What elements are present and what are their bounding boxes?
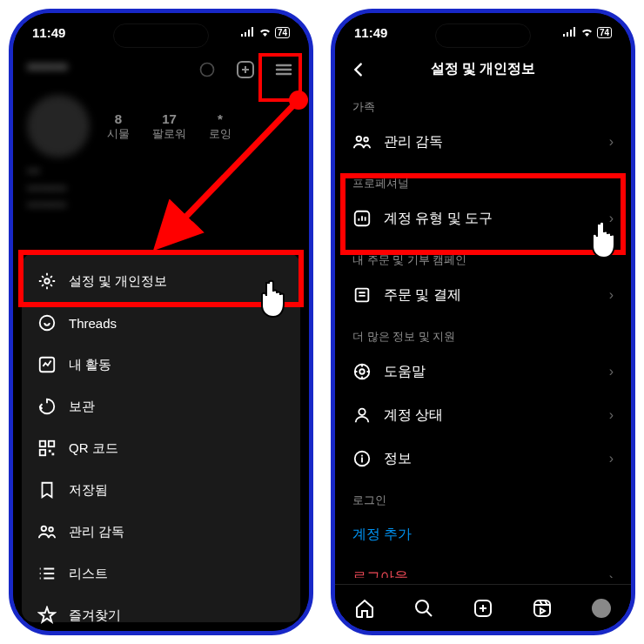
svg-point-26 [592, 599, 611, 618]
archive-icon [37, 397, 57, 416]
sheet-item-label: 내 활동 [69, 357, 111, 373]
wifi-icon [258, 27, 272, 38]
svg-point-23 [416, 600, 428, 613]
stat-followers[interactable]: 17 팔로워 [152, 111, 186, 142]
status-time: 11:49 [32, 25, 65, 40]
supervision-icon [37, 522, 57, 541]
wifi-icon [580, 27, 594, 38]
row-label: 로그아웃 [352, 568, 408, 578]
sheet-item-activity[interactable]: 내 활동 [22, 344, 300, 386]
battery-level: 74 [597, 27, 612, 38]
row-label: 주문 및 결제 [384, 286, 461, 305]
settings-scroll[interactable]: 가족 관리 감독 › 프로페셔널 계정 유형 및 도구 › 내 주문 및 기부 … [335, 87, 631, 578]
signal-icon [241, 27, 255, 38]
svg-rect-25 [534, 600, 550, 616]
chevron-right-icon: › [609, 287, 614, 303]
row-about[interactable]: 정보 › [335, 437, 631, 480]
create-icon[interactable] [234, 58, 257, 81]
battery-level: 74 [275, 27, 290, 38]
sheet-item-label: 보관 [69, 399, 95, 415]
stat-posts[interactable]: 8 시물 [107, 111, 130, 142]
stat-following[interactable]: * 로잉 [209, 111, 231, 142]
section-login: 로그인 [335, 480, 631, 513]
annotation-settings-box [18, 250, 304, 307]
row-account-status[interactable]: 계정 상태 › [335, 393, 631, 437]
activity-icon [37, 355, 57, 374]
row-orders-payments[interactable]: 주문 및 결제 › [335, 273, 631, 317]
status-time: 11:49 [354, 25, 387, 40]
chevron-right-icon: › [609, 134, 614, 150]
page-title: 설정 및 개인정보 [431, 60, 536, 78]
account-status-icon [352, 406, 372, 425]
notch [113, 23, 209, 48]
chevron-right-icon: › [609, 407, 614, 423]
sheet-item-label: 관리 감독 [69, 524, 124, 540]
supervision-icon [352, 132, 372, 151]
svg-rect-10 [49, 450, 51, 453]
svg-point-20 [359, 369, 365, 374]
svg-point-15 [357, 137, 362, 142]
sheet-item-label: QR 코드 [69, 440, 118, 457]
svg-point-16 [364, 138, 368, 142]
sheet-item-archive[interactable]: 보관 [22, 386, 300, 427]
status-right: 74 [241, 27, 290, 38]
row-supervision[interactable]: 관리 감독 › [335, 120, 631, 164]
sheet-item-label: 저장됨 [69, 482, 108, 499]
annotation-hamburger-box [258, 53, 302, 102]
orders-icon [352, 285, 372, 305]
threads-badge-icon[interactable] [196, 58, 218, 81]
sheet-item-qr[interactable]: QR 코드 [22, 427, 300, 469]
qr-icon [37, 439, 57, 458]
sheet-item-favorites[interactable]: 즐겨찾기 [22, 594, 300, 635]
tab-search-icon[interactable] [413, 598, 434, 619]
chevron-right-icon: › [609, 364, 614, 379]
tab-bar [335, 584, 631, 631]
bottom-sheet-menu: 설정 및 개인정보 Threads 내 활동 보관 QR 코드 저장됨 [22, 253, 300, 622]
svg-rect-8 [49, 441, 54, 446]
status-right: 74 [563, 27, 612, 38]
sheet-item-label: Threads [69, 316, 117, 331]
info-icon [352, 449, 372, 468]
star-icon [37, 606, 57, 625]
svg-rect-11 [52, 453, 55, 456]
sheet-item-threads[interactable]: Threads [22, 302, 300, 344]
tab-create-icon[interactable] [473, 598, 493, 619]
sheet-item-list[interactable]: 리스트 [22, 553, 300, 594]
list-icon [37, 564, 57, 583]
row-help[interactable]: 도움말 › [335, 350, 631, 393]
sheet-item-supervision[interactable]: 관리 감독 [22, 511, 300, 553]
username[interactable]: ****** [27, 60, 68, 80]
row-add-account[interactable]: 계정 추가 [335, 513, 631, 556]
back-icon[interactable] [349, 60, 368, 83]
svg-point-13 [49, 527, 53, 532]
sheet-item-label: 리스트 [69, 566, 108, 582]
threads-icon [37, 313, 57, 332]
chevron-right-icon: › [609, 570, 614, 579]
notch [435, 23, 531, 48]
section-family: 가족 [335, 87, 631, 120]
row-label: 계정 추가 [352, 526, 412, 544]
profile-bio: *** ********* ********* [13, 164, 309, 216]
section-support: 더 많은 정보 및 지원 [335, 317, 631, 350]
phone-left: 11:49 74 ****** [9, 9, 313, 635]
svg-point-5 [40, 316, 55, 331]
avatar[interactable] [27, 95, 90, 158]
row-label: 관리 감독 [384, 133, 443, 151]
svg-rect-7 [40, 441, 45, 446]
tab-reels-icon[interactable] [532, 598, 553, 619]
row-logout[interactable]: 로그아웃 › [335, 556, 631, 578]
row-label: 계정 상태 [384, 406, 443, 425]
bookmark-icon [37, 480, 57, 500]
tab-profile-icon[interactable] [591, 598, 612, 619]
row-label: 도움말 [384, 363, 426, 381]
help-icon [352, 362, 372, 381]
svg-point-21 [359, 409, 365, 415]
sheet-item-saved[interactable]: 저장됨 [22, 469, 300, 511]
tab-home-icon[interactable] [354, 598, 375, 619]
svg-point-12 [42, 527, 47, 532]
row-label: 정보 [384, 450, 412, 468]
chevron-right-icon: › [609, 451, 614, 466]
svg-rect-9 [40, 450, 45, 455]
signal-icon [563, 27, 577, 38]
sheet-item-label: 즐겨찾기 [69, 607, 121, 624]
